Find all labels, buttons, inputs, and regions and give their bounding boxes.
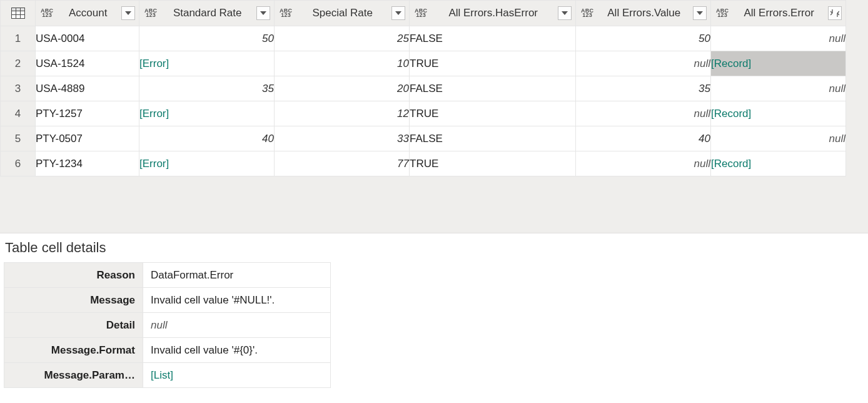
grid-cell[interactable]: [Record] <box>711 151 846 176</box>
grid-cell[interactable]: 35 <box>139 76 275 101</box>
table-icon <box>1 1 35 26</box>
details-row: Detailnull <box>4 313 331 338</box>
column-header[interactable]: ABC123Special Rate <box>275 1 410 26</box>
column-label: All Errors.HasError <box>431 7 555 19</box>
grid-cell[interactable]: null <box>711 126 846 151</box>
column-label: Standard Rate <box>161 7 254 19</box>
row-number[interactable]: 2 <box>1 51 36 76</box>
grid-cell[interactable]: [Error] <box>139 51 275 76</box>
column-header[interactable]: ABC123Standard Rate <box>139 1 275 26</box>
details-value[interactable]: [List] <box>143 363 331 388</box>
column-filter-button[interactable] <box>693 6 707 20</box>
error-link[interactable]: [Error] <box>139 58 169 69</box>
grid-cell[interactable]: USA-1524 <box>36 51 139 76</box>
row-number[interactable]: 4 <box>1 101 36 126</box>
details-key: Message <box>4 288 143 313</box>
details-table: ReasonDataFormat.ErrorMessageInvalid cel… <box>4 262 331 388</box>
grid-cell[interactable]: USA-4889 <box>36 76 139 101</box>
column-label: All Errors.Value <box>597 7 690 19</box>
any-type-icon: ABC123 <box>41 9 54 18</box>
grid-cell[interactable]: 50 <box>139 26 275 51</box>
row-number[interactable]: 3 <box>1 76 36 101</box>
record-link[interactable]: [Record] <box>711 58 751 69</box>
any-type-icon: ABC123 <box>280 9 293 18</box>
grid-cell[interactable]: [Record] <box>711 101 846 126</box>
column-label: Account <box>57 7 119 19</box>
grid-cell[interactable]: null <box>576 51 711 76</box>
grid-cell[interactable]: 10 <box>275 51 410 76</box>
column-filter-button[interactable] <box>558 6 572 20</box>
column-header[interactable]: ABC123All Errors.Value <box>576 1 711 26</box>
grid-cell[interactable]: 40 <box>576 126 711 151</box>
data-grid: ABC123AccountABC123Standard RateABC123Sp… <box>0 0 846 176</box>
details-row: ReasonDataFormat.Error <box>4 263 331 288</box>
details-value[interactable]: Invalid cell value '#NULL!'. <box>143 288 331 313</box>
grid-cell[interactable]: FALSE <box>410 26 576 51</box>
expand-column-button[interactable] <box>828 6 842 20</box>
grid-cell[interactable]: FALSE <box>410 126 576 151</box>
table-row: 2USA-1524[Error]10TRUEnull[Record] <box>1 51 846 76</box>
grid-cell[interactable]: PTY-0507 <box>36 126 139 151</box>
error-link[interactable]: [Error] <box>139 108 169 120</box>
table-row: 6PTY-1234[Error]77TRUEnull[Record] <box>1 151 846 176</box>
cell-details-panel: Table cell details ReasonDataFormat.Erro… <box>0 233 868 400</box>
details-value[interactable]: null <box>143 313 331 338</box>
column-filter-button[interactable] <box>121 6 135 20</box>
grid-cell[interactable]: FALSE <box>410 76 576 101</box>
record-link[interactable]: [Record] <box>711 158 751 170</box>
grid-cell[interactable]: TRUE <box>410 151 576 176</box>
list-link[interactable]: [List] <box>151 369 173 381</box>
details-key: Detail <box>4 313 143 338</box>
grid-cell[interactable]: PTY-1257 <box>36 101 139 126</box>
grid-cell[interactable]: 20 <box>275 76 410 101</box>
column-label: Special Rate <box>296 7 389 19</box>
grid-cell[interactable]: 35 <box>576 76 711 101</box>
grid-cell[interactable]: null <box>711 26 846 51</box>
table-row: 1USA-00045025FALSE50null <box>1 26 846 51</box>
column-header[interactable]: ABC123All Errors.Error <box>711 1 846 26</box>
row-number[interactable]: 6 <box>1 151 36 176</box>
column-header[interactable]: ABC123Account <box>36 1 139 26</box>
column-header[interactable]: ABC123All Errors.HasError <box>410 1 576 26</box>
grid-cell[interactable]: 25 <box>275 26 410 51</box>
details-key: Message.Format <box>4 338 143 363</box>
grid-cell[interactable]: null <box>576 101 711 126</box>
row-number[interactable]: 5 <box>1 126 36 151</box>
grid-cell[interactable]: null <box>576 151 711 176</box>
column-filter-button[interactable] <box>391 6 405 20</box>
grid-cell[interactable]: 12 <box>275 101 410 126</box>
details-value[interactable]: Invalid cell value '#{0}'. <box>143 338 331 363</box>
grid-cell[interactable]: 33 <box>275 126 410 151</box>
table-row: 3USA-48893520FALSE35null <box>1 76 846 101</box>
grid-cell[interactable]: [Error] <box>139 151 275 176</box>
grid-cell[interactable]: 50 <box>576 26 711 51</box>
details-key: Reason <box>4 263 143 288</box>
details-row: Message.Param…[List] <box>4 363 331 388</box>
column-filter-button[interactable] <box>256 6 270 20</box>
row-number[interactable]: 1 <box>1 26 36 51</box>
record-link[interactable]: [Record] <box>711 108 751 120</box>
grid-cell[interactable]: 40 <box>139 126 275 151</box>
details-key: Message.Param… <box>4 363 143 388</box>
grid-cell[interactable]: TRUE <box>410 101 576 126</box>
any-type-icon: ABC123 <box>581 9 595 18</box>
grid-cell[interactable]: USA-0004 <box>36 26 139 51</box>
details-row: MessageInvalid cell value '#NULL!'. <box>4 288 331 313</box>
table-row: 4PTY-1257[Error]12TRUEnull[Record] <box>1 101 846 126</box>
grid-cell[interactable]: TRUE <box>410 51 576 76</box>
table-row: 5PTY-05074033FALSE40null <box>1 126 846 151</box>
grid-cell[interactable]: [Error] <box>139 101 275 126</box>
table-corner[interactable] <box>1 1 36 26</box>
any-type-icon: ABC123 <box>716 9 730 18</box>
any-type-icon: ABC123 <box>415 9 428 18</box>
details-row: Message.FormatInvalid cell value '#{0}'. <box>4 338 331 363</box>
data-grid-container: ABC123AccountABC123Standard RateABC123Sp… <box>0 0 868 233</box>
grid-cell[interactable]: null <box>711 76 846 101</box>
error-link[interactable]: [Error] <box>139 158 169 170</box>
svg-rect-1 <box>11 8 24 11</box>
grid-cell[interactable]: 77 <box>275 151 410 176</box>
details-value[interactable]: DataFormat.Error <box>143 263 331 288</box>
grid-cell[interactable]: PTY-1234 <box>36 151 139 176</box>
any-type-icon: ABC123 <box>144 9 158 18</box>
grid-cell[interactable]: [Record] <box>711 51 846 76</box>
